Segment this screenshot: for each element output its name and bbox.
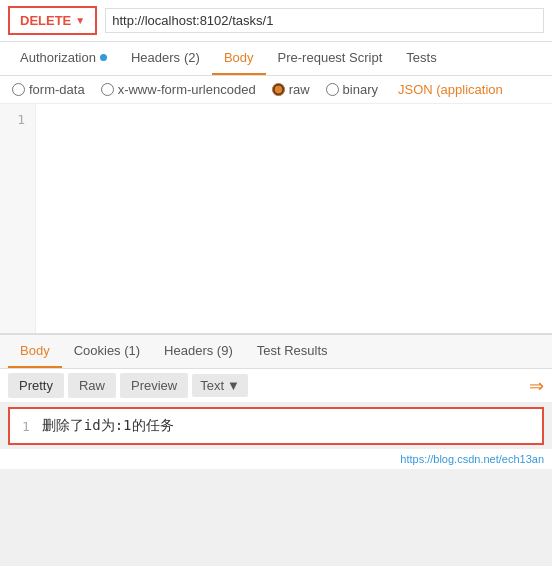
tab-pre-request[interactable]: Pre-request Script xyxy=(266,42,395,75)
resp-tab-body-label: Body xyxy=(20,343,50,358)
radio-urlencoded[interactable]: x-www-form-urlencoded xyxy=(101,82,256,97)
resp-tab-test-results[interactable]: Test Results xyxy=(245,335,340,368)
radio-raw-label: raw xyxy=(289,82,310,97)
tab-tests[interactable]: Tests xyxy=(394,42,448,75)
request-tabs: Authorization Headers (2) Body Pre-reque… xyxy=(0,42,552,76)
resp-tab-headers[interactable]: Headers (9) xyxy=(152,335,245,368)
radio-raw-input[interactable] xyxy=(272,83,285,96)
resp-tab-body[interactable]: Body xyxy=(8,335,62,368)
radio-form-data-input[interactable] xyxy=(12,83,25,96)
tab-authorization[interactable]: Authorization xyxy=(8,42,119,75)
sub-tab-preview[interactable]: Preview xyxy=(120,373,188,398)
radio-form-data[interactable]: form-data xyxy=(12,82,85,97)
radio-urlencoded-input[interactable] xyxy=(101,83,114,96)
watermark: https://blog.csdn.net/ech13an xyxy=(0,449,552,469)
resp-sub-tabs: Pretty Raw Preview Text ▼ ⇒ xyxy=(0,369,552,403)
tab-headers[interactable]: Headers (2) xyxy=(119,42,212,75)
tab-body[interactable]: Body xyxy=(212,42,266,75)
body-type-row: form-data x-www-form-urlencoded raw bina… xyxy=(0,76,552,104)
tab-body-label: Body xyxy=(224,50,254,65)
resp-tab-headers-label: Headers (9) xyxy=(164,343,233,358)
radio-form-data-label: form-data xyxy=(29,82,85,97)
radio-binary[interactable]: binary xyxy=(326,82,378,97)
method-label: DELETE xyxy=(20,13,71,28)
code-content[interactable] xyxy=(36,104,552,333)
json-type-label: JSON (application xyxy=(398,82,503,97)
sub-tab-pretty[interactable]: Pretty xyxy=(8,373,64,398)
resp-tab-test-results-label: Test Results xyxy=(257,343,328,358)
sub-tab-pretty-label: Pretty xyxy=(19,378,53,393)
line-numbers: 1 xyxy=(0,104,36,333)
method-button[interactable]: DELETE ▼ xyxy=(8,6,97,35)
authorization-dot xyxy=(100,54,107,61)
top-bar: DELETE ▼ xyxy=(0,0,552,42)
tab-tests-label: Tests xyxy=(406,50,436,65)
result-line-number: 1 xyxy=(22,419,30,434)
result-text: 删除了id为:1的任务 xyxy=(42,417,174,435)
radio-raw[interactable]: raw xyxy=(272,82,310,97)
sub-tab-text-label: Text xyxy=(200,378,224,393)
wrap-icon[interactable]: ⇒ xyxy=(529,375,544,397)
headers-badge: (2) xyxy=(184,50,200,65)
watermark-text: https://blog.csdn.net/ech13an xyxy=(400,453,544,465)
url-input[interactable] xyxy=(105,8,544,33)
radio-urlencoded-label: x-www-form-urlencoded xyxy=(118,82,256,97)
chevron-down-icon: ▼ xyxy=(75,15,85,26)
text-chevron-icon: ▼ xyxy=(227,378,240,393)
tab-pre-request-label: Pre-request Script xyxy=(278,50,383,65)
sub-tab-raw[interactable]: Raw xyxy=(68,373,116,398)
resp-tab-cookies[interactable]: Cookies (1) xyxy=(62,335,152,368)
tab-authorization-label: Authorization xyxy=(20,50,96,65)
response-tabs: Body Cookies (1) Headers (9) Test Result… xyxy=(0,334,552,369)
radio-binary-input[interactable] xyxy=(326,83,339,96)
line-number-1: 1 xyxy=(17,112,25,127)
sub-tab-preview-label: Preview xyxy=(131,378,177,393)
code-editor: 1 xyxy=(0,104,552,334)
result-row: 1 删除了id为:1的任务 xyxy=(8,407,544,445)
radio-binary-label: binary xyxy=(343,82,378,97)
sub-tab-text-dropdown[interactable]: Text ▼ xyxy=(192,374,248,397)
resp-tab-cookies-label: Cookies (1) xyxy=(74,343,140,358)
tab-headers-label: Headers xyxy=(131,50,180,65)
sub-tab-raw-label: Raw xyxy=(79,378,105,393)
